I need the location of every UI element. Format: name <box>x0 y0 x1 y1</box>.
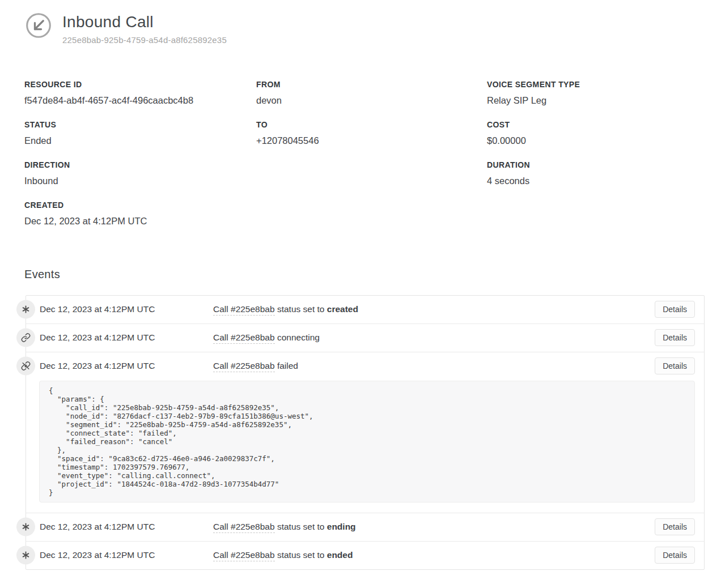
event-description: Call #225e8bab status set to created <box>213 304 655 314</box>
page-title: Inbound Call <box>62 12 227 31</box>
event-status-emphasis: ending <box>327 522 356 531</box>
field-value: Inbound <box>24 176 256 186</box>
field-value: $0.00000 <box>487 135 704 146</box>
field-label: VOICE SEGMENT TYPE <box>487 80 704 89</box>
events-list: Dec 12, 2023 at 4:12PM UTC Call #225e8ba… <box>26 295 705 570</box>
event-timestamp: Dec 12, 2023 at 4:12PM UTC <box>40 333 213 343</box>
event-row: Dec 12, 2023 at 4:12PM UTC Call #225e8ba… <box>26 352 704 502</box>
event-timestamp: Dec 12, 2023 at 4:12PM UTC <box>40 304 213 314</box>
link-icon <box>16 329 35 347</box>
field-label: COST <box>487 120 704 129</box>
event-call-link[interactable]: Call #225e8bab <box>213 550 275 561</box>
field-label: TO <box>256 120 487 129</box>
field-to: TO +12078045546 <box>256 120 487 146</box>
event-description: Call #225e8bab status set to ending <box>213 522 655 532</box>
event-description: Call #225e8bab failed <box>213 361 655 371</box>
event-row: Dec 12, 2023 at 4:12PM UTC Call #225e8ba… <box>26 513 704 541</box>
event-call-link[interactable]: Call #225e8bab <box>213 333 275 344</box>
field-label: CREATED <box>24 201 256 210</box>
field-value: +12078045546 <box>256 135 487 146</box>
page-header: Inbound Call 225e8bab-925b-4759-a54d-a8f… <box>0 0 721 45</box>
field-status: STATUS Ended <box>24 120 256 146</box>
field-value: devon <box>256 95 487 106</box>
event-payload-json: { "params": { "call_id": "225e8bab-925b-… <box>39 381 695 502</box>
details-button[interactable]: Details <box>655 547 695 564</box>
field-label: FROM <box>256 80 487 89</box>
event-row: Dec 12, 2023 at 4:12PM UTC Call #225e8ba… <box>26 541 704 569</box>
details-column-1: RESOURCE ID f547de84-ab4f-4657-ac4f-496c… <box>24 80 256 241</box>
field-value: Dec 12, 2023 at 4:12PM UTC <box>24 216 256 227</box>
call-uuid: 225e8bab-925b-4759-a54d-a8f625892e35 <box>62 35 227 45</box>
field-voice-segment-type: VOICE SEGMENT TYPE Relay SIP Leg <box>487 80 704 106</box>
call-details-grid: RESOURCE ID f547de84-ab4f-4657-ac4f-496c… <box>24 80 704 241</box>
asterisk-icon <box>16 518 35 536</box>
event-description: Call #225e8bab status set to ended <box>213 550 655 560</box>
event-call-link[interactable]: Call #225e8bab <box>213 304 275 316</box>
field-label: STATUS <box>24 120 256 129</box>
inbound-call-icon <box>26 12 52 39</box>
link-off-icon <box>16 357 35 376</box>
field-value: Relay SIP Leg <box>487 95 704 106</box>
field-value: 4 seconds <box>487 176 704 186</box>
field-value: Ended <box>24 135 256 146</box>
event-text: connecting <box>275 333 320 342</box>
events-heading: Events <box>24 268 721 281</box>
field-direction: DIRECTION Inbound <box>24 160 256 186</box>
event-row: Dec 12, 2023 at 4:12PM UTC Call #225e8ba… <box>26 323 704 352</box>
event-timestamp: Dec 12, 2023 at 4:12PM UTC <box>40 522 213 532</box>
field-cost: COST $0.00000 <box>487 120 704 146</box>
event-text: status set to <box>275 304 327 314</box>
field-from: FROM devon <box>256 80 487 106</box>
field-label: DIRECTION <box>24 160 256 169</box>
field-label: RESOURCE ID <box>24 80 256 89</box>
event-status-emphasis: ended <box>327 550 353 560</box>
field-value: f547de84-ab4f-4657-ac4f-496caacbc4b8 <box>24 95 256 106</box>
event-text: failed <box>275 361 298 370</box>
field-duration: DURATION 4 seconds <box>487 160 704 186</box>
details-button[interactable]: Details <box>655 301 695 318</box>
asterisk-icon <box>16 546 35 565</box>
field-label: DURATION <box>487 160 704 169</box>
details-button[interactable]: Details <box>655 329 695 346</box>
field-resource-id: RESOURCE ID f547de84-ab4f-4657-ac4f-496c… <box>24 80 256 106</box>
details-button[interactable]: Details <box>655 518 695 535</box>
event-row: Dec 12, 2023 at 4:12PM UTC Call #225e8ba… <box>26 296 704 323</box>
call-detail-page: Inbound Call 225e8bab-925b-4759-a54d-a8f… <box>0 0 721 570</box>
event-text: status set to <box>275 522 327 531</box>
event-status-emphasis: created <box>327 304 358 314</box>
details-button[interactable]: Details <box>655 357 695 374</box>
details-column-3: VOICE SEGMENT TYPE Relay SIP Leg COST $0… <box>487 80 704 241</box>
event-call-link[interactable]: Call #225e8bab <box>213 522 275 533</box>
details-column-2: FROM devon TO +12078045546 <box>256 80 487 241</box>
event-timestamp: Dec 12, 2023 at 4:12PM UTC <box>40 361 213 371</box>
event-text: status set to <box>275 550 327 560</box>
event-timestamp: Dec 12, 2023 at 4:12PM UTC <box>40 550 213 560</box>
event-call-link[interactable]: Call #225e8bab <box>213 361 275 372</box>
page-title-block: Inbound Call 225e8bab-925b-4759-a54d-a8f… <box>62 12 227 45</box>
event-description: Call #225e8bab connecting <box>213 333 655 343</box>
field-created: CREATED Dec 12, 2023 at 4:12PM UTC <box>24 201 256 227</box>
asterisk-icon <box>16 300 35 319</box>
